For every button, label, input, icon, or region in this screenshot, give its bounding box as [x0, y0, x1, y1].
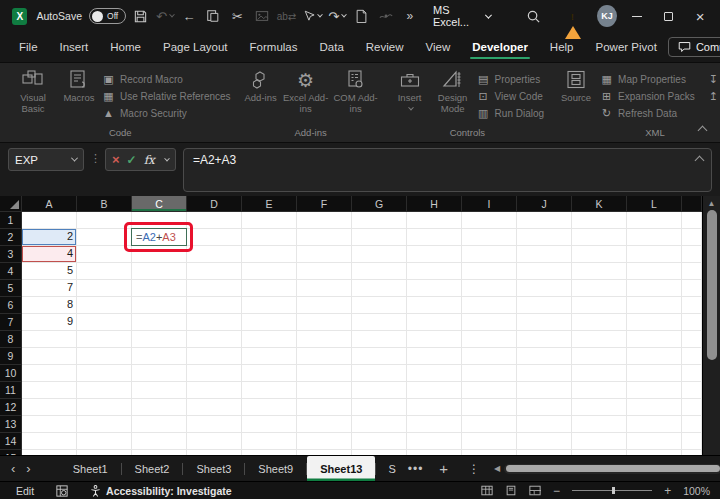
- cell-D14[interactable]: [187, 433, 242, 450]
- cell-B11[interactable]: [77, 382, 132, 399]
- cell-L2[interactable]: [627, 229, 682, 246]
- cell-partial-6[interactable]: [682, 297, 702, 314]
- horizontal-scrollbar[interactable]: ◀ ▶: [494, 464, 720, 474]
- sheet-tab-s[interactable]: S: [376, 456, 401, 481]
- cell-C3[interactable]: [132, 246, 187, 263]
- cell-E2[interactable]: [242, 229, 297, 246]
- cell-F7[interactable]: [297, 314, 352, 331]
- copy-icon[interactable]: [204, 5, 222, 27]
- cell-F3[interactable]: [297, 246, 352, 263]
- cell-E12[interactable]: [242, 399, 297, 416]
- record-macro-button[interactable]: ▣ Record Macro: [102, 74, 231, 85]
- cell-D4[interactable]: [187, 263, 242, 280]
- cell-A5[interactable]: 7: [22, 280, 77, 297]
- cell-F9[interactable]: [297, 348, 352, 365]
- insert-function-icon[interactable]: fx: [144, 153, 155, 167]
- cell-H7[interactable]: [407, 314, 462, 331]
- cell-G9[interactable]: [352, 348, 407, 365]
- source-button[interactable]: Source: [556, 68, 596, 104]
- touch-mode-icon[interactable]: [302, 5, 322, 27]
- refresh-data-button[interactable]: ↻ Refresh Data: [600, 108, 695, 119]
- cell-D12[interactable]: [187, 399, 242, 416]
- cell-B4[interactable]: [77, 263, 132, 280]
- cell-K4[interactable]: [572, 263, 627, 280]
- cell-partial-12[interactable]: [682, 399, 702, 416]
- cell-A9[interactable]: [22, 348, 77, 365]
- cell-F10[interactable]: [297, 365, 352, 382]
- zoom-slider-knob[interactable]: [612, 487, 615, 494]
- row-header-5[interactable]: 5: [0, 280, 22, 297]
- cell-J2[interactable]: [517, 229, 572, 246]
- export-button[interactable]: ↥ Export: [707, 91, 720, 102]
- insert-control-button[interactable]: Insert: [391, 68, 429, 111]
- menu-tab-view[interactable]: View: [415, 35, 462, 59]
- cell-I13[interactable]: [462, 416, 517, 433]
- cell-G3[interactable]: [352, 246, 407, 263]
- cell-K9[interactable]: [572, 348, 627, 365]
- excel-add-ins-button[interactable]: ⚙ Excel Add-ins: [283, 68, 329, 115]
- cell-D5[interactable]: [187, 280, 242, 297]
- cell-I5[interactable]: [462, 280, 517, 297]
- more-sheets-icon[interactable]: •••: [402, 462, 430, 476]
- cell-I11[interactable]: [462, 382, 517, 399]
- horizontal-scroll-thumb[interactable]: [506, 465, 720, 472]
- fx-chevron-icon[interactable]: [164, 155, 170, 161]
- cell-A11[interactable]: [22, 382, 77, 399]
- cell-G15[interactable]: [352, 450, 407, 455]
- row-header-12[interactable]: 12: [0, 399, 22, 416]
- cell-partial-4[interactable]: [682, 263, 702, 280]
- column-header-C[interactable]: C: [132, 196, 187, 212]
- cell-J11[interactable]: [517, 382, 572, 399]
- cell-I9[interactable]: [462, 348, 517, 365]
- sheet-tab-sheet9[interactable]: Sheet9: [245, 456, 306, 481]
- cell-H15[interactable]: [407, 450, 462, 455]
- view-code-button[interactable]: ⊡ View Code: [477, 91, 544, 102]
- enter-icon[interactable]: ✓: [127, 153, 137, 167]
- zoom-in-button[interactable]: +: [664, 484, 671, 498]
- cell-G5[interactable]: [352, 280, 407, 297]
- menu-tab-power-pivot[interactable]: Power Pivot: [585, 35, 668, 59]
- autosave-toggle[interactable]: Off: [89, 8, 126, 24]
- cell-K8[interactable]: [572, 331, 627, 348]
- cell-D10[interactable]: [187, 365, 242, 382]
- sheet-nav-next-icon[interactable]: ›: [26, 461, 41, 476]
- window-title[interactable]: MS Excel...: [433, 4, 491, 28]
- cell-partial-14[interactable]: [682, 433, 702, 450]
- cell-E9[interactable]: [242, 348, 297, 365]
- menu-tab-developer[interactable]: Developer: [461, 35, 539, 59]
- cell-L8[interactable]: [627, 331, 682, 348]
- cell-B12[interactable]: [77, 399, 132, 416]
- cell-F1[interactable]: [297, 212, 352, 229]
- column-header-H[interactable]: H: [407, 196, 462, 212]
- column-header-J[interactable]: J: [517, 196, 572, 212]
- comments-button[interactable]: Comments: [668, 37, 720, 57]
- cell-C7[interactable]: [132, 314, 187, 331]
- draw-tool-icon[interactable]: [377, 5, 395, 27]
- run-dialog-button[interactable]: ▥ Run Dialog: [477, 108, 544, 119]
- cell-L6[interactable]: [627, 297, 682, 314]
- cancel-icon[interactable]: ×: [112, 152, 120, 167]
- cell-L7[interactable]: [627, 314, 682, 331]
- column-header-I[interactable]: I: [462, 196, 517, 212]
- cell-F13[interactable]: [297, 416, 352, 433]
- cut-icon[interactable]: ✂: [228, 5, 246, 27]
- cell-G7[interactable]: [352, 314, 407, 331]
- cell-E15[interactable]: [242, 450, 297, 455]
- sheet-nav-prev-icon[interactable]: ‹: [0, 461, 26, 476]
- new-file-icon[interactable]: [352, 5, 370, 27]
- column-header-A[interactable]: A: [22, 196, 77, 212]
- cell-A15[interactable]: [22, 450, 77, 455]
- macro-recording-icon[interactable]: [56, 485, 68, 497]
- cell-C9[interactable]: [132, 348, 187, 365]
- avatar[interactable]: KJ: [597, 5, 617, 27]
- cell-G13[interactable]: [352, 416, 407, 433]
- design-mode-button[interactable]: Design Mode: [433, 68, 473, 115]
- cell-L9[interactable]: [627, 348, 682, 365]
- cell-L14[interactable]: [627, 433, 682, 450]
- zoom-slider[interactable]: [572, 490, 652, 491]
- cell-A12[interactable]: [22, 399, 77, 416]
- cell-L13[interactable]: [627, 416, 682, 433]
- menu-tab-home[interactable]: Home: [99, 35, 152, 59]
- cell-H6[interactable]: [407, 297, 462, 314]
- cell-A13[interactable]: [22, 416, 77, 433]
